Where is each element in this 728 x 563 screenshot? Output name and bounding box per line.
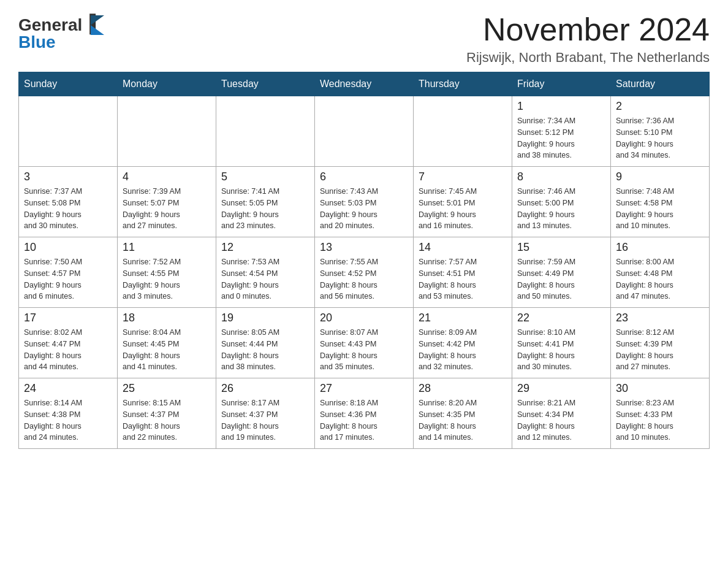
calendar-cell — [414, 96, 512, 167]
day-info: Sunrise: 7:34 AM Sunset: 5:12 PM Dayligh… — [517, 115, 605, 161]
calendar-cell — [19, 96, 118, 167]
day-number: 18 — [123, 312, 211, 324]
day-number: 16 — [616, 241, 704, 254]
day-number: 7 — [419, 170, 507, 183]
day-number: 15 — [517, 241, 605, 254]
day-info: Sunrise: 8:05 AM Sunset: 4:44 PM Dayligh… — [221, 327, 309, 373]
day-number: 8 — [517, 170, 605, 183]
calendar-header-row: SundayMondayTuesdayWednesdayThursdayFrid… — [19, 72, 710, 96]
day-info: Sunrise: 8:20 AM Sunset: 4:35 PM Dayligh… — [419, 397, 507, 443]
day-number: 29 — [517, 382, 605, 395]
day-info: Sunrise: 7:43 AM Sunset: 5:03 PM Dayligh… — [320, 186, 408, 232]
weekday-header-sunday: Sunday — [19, 72, 118, 96]
day-info: Sunrise: 8:12 AM Sunset: 4:39 PM Dayligh… — [616, 327, 704, 373]
calendar-cell: 9Sunrise: 7:48 AM Sunset: 4:58 PM Daylig… — [611, 167, 710, 237]
calendar-cell: 21Sunrise: 8:09 AM Sunset: 4:42 PM Dayli… — [414, 308, 512, 378]
calendar-cell: 22Sunrise: 8:10 AM Sunset: 4:41 PM Dayli… — [512, 308, 611, 378]
day-info: Sunrise: 8:10 AM Sunset: 4:41 PM Dayligh… — [517, 327, 605, 373]
day-info: Sunrise: 8:23 AM Sunset: 4:33 PM Dayligh… — [616, 397, 704, 443]
day-info: Sunrise: 7:41 AM Sunset: 5:05 PM Dayligh… — [221, 186, 309, 232]
day-number: 17 — [24, 312, 112, 324]
day-number: 2 — [616, 100, 704, 113]
day-info: Sunrise: 8:02 AM Sunset: 4:47 PM Dayligh… — [24, 327, 112, 373]
calendar-cell: 18Sunrise: 8:04 AM Sunset: 4:45 PM Dayli… — [118, 308, 216, 378]
day-number: 27 — [320, 382, 408, 395]
week-row-1: 1Sunrise: 7:34 AM Sunset: 5:12 PM Daylig… — [19, 96, 710, 167]
calendar-cell: 29Sunrise: 8:21 AM Sunset: 4:34 PM Dayli… — [512, 378, 611, 449]
day-info: Sunrise: 8:09 AM Sunset: 4:42 PM Dayligh… — [419, 327, 507, 373]
day-number: 23 — [616, 312, 704, 324]
calendar-cell: 3Sunrise: 7:37 AM Sunset: 5:08 PM Daylig… — [19, 167, 118, 237]
day-number: 4 — [123, 170, 211, 183]
day-info: Sunrise: 7:46 AM Sunset: 5:00 PM Dayligh… — [517, 186, 605, 232]
calendar-cell: 26Sunrise: 8:17 AM Sunset: 4:37 PM Dayli… — [216, 378, 315, 449]
day-number: 20 — [320, 312, 408, 324]
day-number: 14 — [419, 241, 507, 254]
calendar-cell: 19Sunrise: 8:05 AM Sunset: 4:44 PM Dayli… — [216, 308, 315, 378]
calendar-cell — [216, 96, 315, 167]
calendar-cell: 11Sunrise: 7:52 AM Sunset: 4:55 PM Dayli… — [118, 237, 216, 308]
day-number: 28 — [419, 382, 507, 395]
calendar-cell: 27Sunrise: 8:18 AM Sunset: 4:36 PM Dayli… — [315, 378, 414, 449]
location-title: Rijswijk, North Brabant, The Netherlands — [466, 50, 710, 66]
week-row-2: 3Sunrise: 7:37 AM Sunset: 5:08 PM Daylig… — [19, 167, 710, 237]
day-info: Sunrise: 8:07 AM Sunset: 4:43 PM Dayligh… — [320, 327, 408, 373]
day-info: Sunrise: 8:04 AM Sunset: 4:45 PM Dayligh… — [123, 327, 211, 373]
page-header: General ▐ Blue November 2024 Rijswijk, N… — [18, 12, 710, 66]
day-info: Sunrise: 7:37 AM Sunset: 5:08 PM Dayligh… — [24, 186, 112, 232]
calendar-cell: 25Sunrise: 8:15 AM Sunset: 4:37 PM Dayli… — [118, 378, 216, 449]
day-info: Sunrise: 8:17 AM Sunset: 4:37 PM Dayligh… — [221, 397, 309, 443]
calendar-cell: 30Sunrise: 8:23 AM Sunset: 4:33 PM Dayli… — [611, 378, 710, 449]
day-number: 13 — [320, 241, 408, 254]
calendar-cell: 15Sunrise: 7:59 AM Sunset: 4:49 PM Dayli… — [512, 237, 611, 308]
calendar-cell: 5Sunrise: 7:41 AM Sunset: 5:05 PM Daylig… — [216, 167, 315, 237]
calendar-cell: 20Sunrise: 8:07 AM Sunset: 4:43 PM Dayli… — [315, 308, 414, 378]
calendar-cell: 2Sunrise: 7:36 AM Sunset: 5:10 PM Daylig… — [611, 96, 710, 167]
weekday-header-tuesday: Tuesday — [216, 72, 315, 96]
day-info: Sunrise: 7:52 AM Sunset: 4:55 PM Dayligh… — [123, 256, 211, 302]
day-info: Sunrise: 8:21 AM Sunset: 4:34 PM Dayligh… — [517, 397, 605, 443]
day-info: Sunrise: 7:53 AM Sunset: 4:54 PM Dayligh… — [221, 256, 309, 302]
calendar-cell: 17Sunrise: 8:02 AM Sunset: 4:47 PM Dayli… — [19, 308, 118, 378]
day-number: 24 — [24, 382, 112, 395]
day-number: 11 — [123, 241, 211, 254]
day-info: Sunrise: 7:39 AM Sunset: 5:07 PM Dayligh… — [123, 186, 211, 232]
day-info: Sunrise: 7:48 AM Sunset: 4:58 PM Dayligh… — [616, 186, 704, 232]
calendar-cell: 13Sunrise: 7:55 AM Sunset: 4:52 PM Dayli… — [315, 237, 414, 308]
weekday-header-wednesday: Wednesday — [315, 72, 414, 96]
day-number: 5 — [221, 170, 309, 183]
calendar-cell: 12Sunrise: 7:53 AM Sunset: 4:54 PM Dayli… — [216, 237, 315, 308]
day-info: Sunrise: 8:18 AM Sunset: 4:36 PM Dayligh… — [320, 397, 408, 443]
day-info: Sunrise: 8:00 AM Sunset: 4:48 PM Dayligh… — [616, 256, 704, 302]
day-info: Sunrise: 7:36 AM Sunset: 5:10 PM Dayligh… — [616, 115, 704, 161]
day-number: 9 — [616, 170, 704, 183]
logo: General ▐ Blue — [18, 12, 104, 52]
calendar-cell: 14Sunrise: 7:57 AM Sunset: 4:51 PM Dayli… — [414, 237, 512, 308]
week-row-4: 17Sunrise: 8:02 AM Sunset: 4:47 PM Dayli… — [19, 308, 710, 378]
calendar-cell: 4Sunrise: 7:39 AM Sunset: 5:07 PM Daylig… — [118, 167, 216, 237]
day-info: Sunrise: 7:55 AM Sunset: 4:52 PM Dayligh… — [320, 256, 408, 302]
day-number: 6 — [320, 170, 408, 183]
calendar-cell — [315, 96, 414, 167]
day-info: Sunrise: 8:15 AM Sunset: 4:37 PM Dayligh… — [123, 397, 211, 443]
day-number: 21 — [419, 312, 507, 324]
calendar-table: SundayMondayTuesdayWednesdayThursdayFrid… — [18, 72, 710, 449]
week-row-3: 10Sunrise: 7:50 AM Sunset: 4:57 PM Dayli… — [19, 237, 710, 308]
calendar-cell: 1Sunrise: 7:34 AM Sunset: 5:12 PM Daylig… — [512, 96, 611, 167]
day-number: 10 — [24, 241, 112, 254]
day-number: 19 — [221, 312, 309, 324]
day-info: Sunrise: 7:45 AM Sunset: 5:01 PM Dayligh… — [419, 186, 507, 232]
logo-blue-text: Blue — [18, 33, 56, 52]
day-number: 3 — [24, 170, 112, 183]
weekday-header-monday: Monday — [118, 72, 216, 96]
month-title: November 2024 — [466, 12, 710, 47]
calendar-cell: 28Sunrise: 8:20 AM Sunset: 4:35 PM Dayli… — [414, 378, 512, 449]
calendar-cell: 24Sunrise: 8:14 AM Sunset: 4:38 PM Dayli… — [19, 378, 118, 449]
logo-arrow: ▐ — [83, 15, 104, 35]
calendar-cell: 6Sunrise: 7:43 AM Sunset: 5:03 PM Daylig… — [315, 167, 414, 237]
calendar-cell: 8Sunrise: 7:46 AM Sunset: 5:00 PM Daylig… — [512, 167, 611, 237]
day-number: 12 — [221, 241, 309, 254]
day-number: 1 — [517, 100, 605, 113]
day-number: 25 — [123, 382, 211, 395]
weekday-header-saturday: Saturday — [611, 72, 710, 96]
